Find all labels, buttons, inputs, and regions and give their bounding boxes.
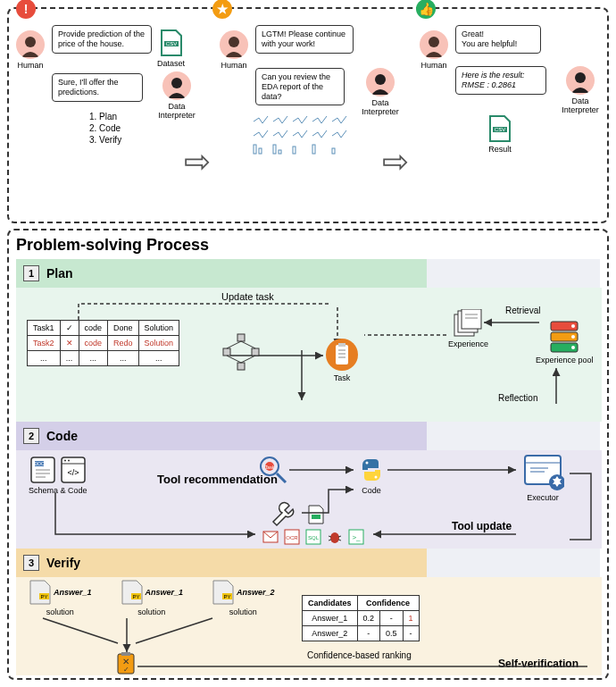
svg-text:</>: </> bbox=[67, 468, 79, 477]
retrieval-label: Retrieval bbox=[505, 306, 540, 315]
code-area: DOC </> Schema & Code Tool recommendatio… bbox=[16, 450, 602, 549]
retrieval-arrow bbox=[482, 316, 541, 329]
svg-point-61 bbox=[366, 462, 369, 465]
svg-rect-10 bbox=[293, 147, 296, 154]
svg-line-79 bbox=[329, 540, 331, 540]
di-avatar-icon bbox=[162, 71, 191, 100]
step-2: 2. Code bbox=[89, 122, 121, 134]
csv-file-icon: CSV bbox=[159, 29, 184, 57]
ocr-icon: OCR bbox=[284, 529, 300, 545]
tool-icons-row: OCR SQL >_ bbox=[262, 529, 364, 545]
svg-point-41 bbox=[571, 324, 575, 328]
reflection-label: Reflection bbox=[498, 393, 537, 403]
badge-star-icon: ★ bbox=[212, 0, 232, 19]
server-icon bbox=[547, 320, 581, 354]
svg-text:PY: PY bbox=[40, 594, 47, 599]
sql-icon: SQL bbox=[305, 529, 321, 545]
plan-area: Update task Task1✓codeDoneSolution Task2… bbox=[16, 288, 602, 422]
di-speech-3: Here is the result: RMSE : 0.2861 bbox=[455, 66, 546, 95]
svg-point-43 bbox=[571, 346, 575, 349]
svg-line-24 bbox=[241, 356, 255, 363]
svg-line-91 bbox=[136, 618, 212, 643]
svg-rect-9 bbox=[279, 150, 281, 154]
svg-point-4 bbox=[229, 37, 239, 47]
code-window-icon: </> bbox=[60, 456, 87, 484]
svg-text:Task: Task bbox=[265, 465, 275, 470]
svg-rect-18 bbox=[223, 348, 230, 356]
svg-line-57 bbox=[277, 473, 286, 482]
mail-icon bbox=[262, 529, 279, 545]
svg-rect-17 bbox=[237, 334, 245, 341]
svg-point-5 bbox=[375, 74, 386, 85]
arrow-right-icon: ⇨ bbox=[184, 143, 211, 180]
verify-area: PYAnswer_1 solution PYAnswer_1 solution … bbox=[16, 577, 602, 675]
doc-icon: DOC bbox=[29, 456, 56, 484]
py-file-icon: PY bbox=[29, 579, 52, 606]
solution-file-3: PYAnswer_2 solution bbox=[212, 579, 275, 616]
experience-docs-icon bbox=[453, 309, 485, 338]
search-gear-icon: Task bbox=[257, 454, 289, 486]
human-label: Human bbox=[220, 61, 248, 70]
solution-label: solution bbox=[229, 607, 257, 616]
code-label: Code bbox=[362, 486, 381, 495]
update-task-label: Update task bbox=[221, 291, 274, 302]
confidence-table: CandidatesConfidence Answer_10.2-1 Answe… bbox=[302, 595, 420, 641]
verify-header: 3 Verify bbox=[16, 549, 427, 577]
solution-label: solution bbox=[137, 607, 165, 616]
executor-label: Executor bbox=[527, 493, 559, 502]
bug-icon bbox=[327, 529, 343, 545]
svg-rect-7 bbox=[259, 148, 262, 154]
svg-text:PY: PY bbox=[132, 594, 139, 599]
dataset-label: Dataset bbox=[157, 59, 185, 68]
eda-chart-icon bbox=[252, 113, 359, 163]
solution-label: solution bbox=[46, 607, 74, 616]
csv-file-icon: CSV bbox=[487, 114, 512, 143]
svg-text:CSV: CSV bbox=[495, 127, 505, 132]
terminal-icon: >_ bbox=[348, 529, 364, 545]
svg-rect-19 bbox=[252, 348, 259, 356]
svg-point-53 bbox=[64, 460, 66, 462]
svg-line-23 bbox=[227, 356, 241, 363]
svg-point-0 bbox=[25, 37, 36, 47]
di-avatar-icon bbox=[366, 68, 395, 96]
verify-loop-arrow bbox=[136, 659, 591, 674]
svg-text:>_: >_ bbox=[352, 533, 361, 541]
human-avatar-icon bbox=[420, 30, 448, 59]
arrow-right-icon: ⇨ bbox=[382, 143, 409, 180]
py-file-icon: PY bbox=[212, 579, 235, 606]
svg-text:OCR: OCR bbox=[286, 535, 298, 540]
human-label: Human bbox=[16, 61, 45, 70]
solution-file-2: PYAnswer_1 solution bbox=[121, 579, 184, 616]
verify-number: 3 bbox=[23, 555, 39, 571]
clipboard-check-icon: ✕✓ bbox=[116, 652, 136, 675]
conversation-panel: ! ★ 👍 Human Provide prediction of the pr… bbox=[7, 7, 609, 223]
human-speech-1: Provide prediction of the price of the h… bbox=[52, 25, 152, 54]
svg-point-3 bbox=[171, 78, 182, 88]
wrench-icon bbox=[271, 500, 298, 527]
solution-file-1: PYAnswer_1 solution bbox=[29, 579, 92, 616]
plan-number: 1 bbox=[23, 265, 39, 281]
svg-point-42 bbox=[571, 335, 575, 339]
di-speech-1: Sure, I'll offer the predictions. bbox=[52, 73, 143, 102]
svg-text:PY: PY bbox=[224, 594, 231, 599]
di-speech-2: Can you review the EDA report of the dat… bbox=[255, 68, 345, 105]
svg-rect-33 bbox=[462, 309, 481, 329]
process-panel: Problem-solving Process 1 Plan Update ta… bbox=[7, 229, 609, 680]
code-header: 2 Code bbox=[16, 422, 427, 450]
task-label: Task bbox=[334, 373, 351, 382]
svg-rect-11 bbox=[312, 145, 315, 154]
svg-line-89 bbox=[43, 618, 118, 643]
svg-point-13 bbox=[429, 37, 439, 47]
schema-code-label: Schema & Code bbox=[29, 486, 87, 495]
process-title: Problem-solving Process bbox=[16, 236, 209, 255]
verify-label: Verify bbox=[46, 556, 80, 570]
svg-line-21 bbox=[227, 341, 241, 348]
task-clipboard-icon bbox=[325, 338, 359, 372]
svg-line-80 bbox=[338, 540, 341, 540]
plan-label: Plan bbox=[46, 266, 73, 281]
converge-arrows bbox=[29, 616, 261, 656]
tool-update-label: Tool update bbox=[452, 520, 512, 532]
code-number: 2 bbox=[23, 428, 39, 444]
svg-rect-20 bbox=[237, 363, 245, 370]
svg-rect-60 bbox=[312, 515, 320, 519]
